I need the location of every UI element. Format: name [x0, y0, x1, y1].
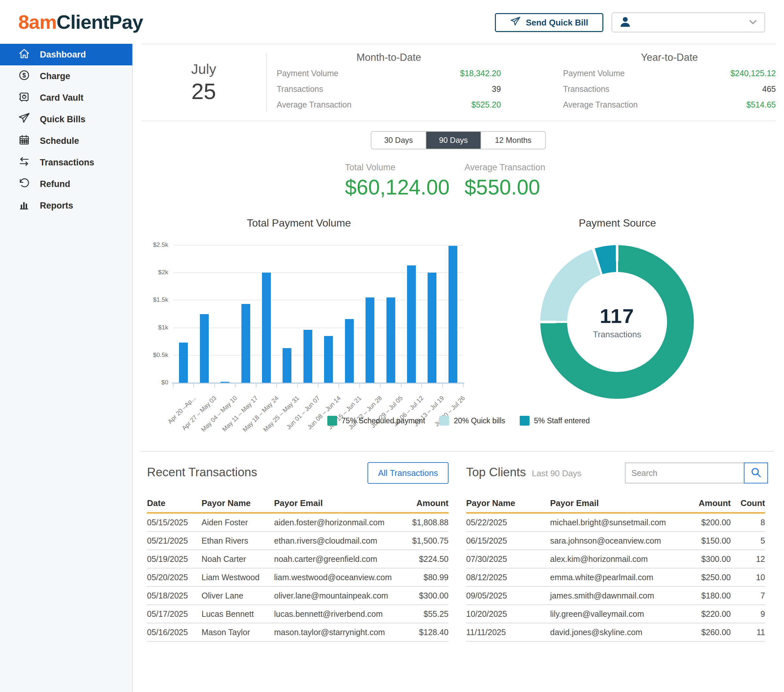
- table-row: 05/17/2025Lucas Bennettlucas.bennett@riv…: [147, 605, 448, 623]
- total-volume-summary: Total Volume $60,124.00: [345, 162, 450, 200]
- stat-label: Payment Volume: [277, 69, 338, 78]
- month-to-date-panel: Month-to-Date Payment Volume$18,342.20Tr…: [277, 45, 501, 121]
- cell-date: 05/15/2025: [147, 518, 201, 527]
- top-header: 8amClientPay Send Quick Bill: [0, 0, 784, 44]
- bar-chart-title: Total Payment Volume: [147, 217, 451, 229]
- column-header-amount: Amount: [400, 498, 448, 508]
- column-header-payor-email: Payor Email: [550, 498, 682, 508]
- cell-date: 05/16/2025: [147, 628, 201, 637]
- paper-plane-icon: [510, 17, 521, 29]
- donut-transaction-label: Transactions: [593, 329, 641, 340]
- tab-12-months[interactable]: 12 Months: [481, 132, 545, 149]
- gridline: [173, 272, 463, 273]
- x-axis-tick: [193, 383, 194, 387]
- bar: [324, 336, 333, 383]
- cell-count: 10: [731, 573, 765, 582]
- cell-payor-name: Oliver Lane: [201, 591, 274, 601]
- stat-label: Transactions: [277, 84, 323, 94]
- legend-item: 20% Quick bills: [439, 416, 505, 426]
- top-clients-table: Payor NamePayor EmailAmountCount05/22/20…: [466, 498, 765, 642]
- cell-payor-email: liam.westwood@oceanview.com: [274, 573, 400, 582]
- cell-date: 05/19/2025: [147, 554, 201, 564]
- chevron-down-icon: [748, 17, 758, 28]
- stat-row: Transactions465: [563, 84, 776, 100]
- average-transaction-label: Average Transaction: [464, 162, 545, 173]
- section-divider: [140, 451, 774, 452]
- sidebar-item-transactions[interactable]: Transactions: [0, 152, 132, 173]
- column-header-payor-name: Payor Name: [201, 498, 274, 508]
- tab-90-days[interactable]: 90 Days: [426, 132, 481, 149]
- payment-source-donut: 117 Transactions: [540, 245, 694, 399]
- y-axis-tick-label: $0.5k: [153, 352, 168, 358]
- table-header-row: Payor NamePayor EmailAmountCount: [466, 498, 765, 514]
- sidebar-item-card-vault[interactable]: Card Vault: [0, 87, 132, 109]
- table-row: 05/22/2025michael.bright@sunsetmail.com$…: [466, 514, 765, 532]
- x-axis-category-label: May 11 – May 17: [221, 395, 259, 433]
- year-to-date-panel: Year-to-Date Payment Volume$240,125.12Tr…: [563, 45, 776, 121]
- table-row: 11/11/2025david.jones@skyline.com$260.00…: [466, 623, 765, 642]
- stat-label: Payment Volume: [563, 69, 624, 78]
- sidebar-item-dashboard[interactable]: Dashboard: [0, 44, 132, 65]
- cell-payor-email: james.smith@dawnmail.com: [550, 591, 682, 601]
- all-transactions-button[interactable]: All Transactions: [367, 462, 448, 484]
- bar-chart-x-axis: Apr 20 –Ap...Apr 27 – May 03May 04 – May…: [173, 389, 463, 438]
- vault-icon: [18, 91, 30, 105]
- gridline: [173, 355, 463, 356]
- cell-payor-name: 07/30/2025: [466, 554, 550, 564]
- bar: [387, 297, 395, 383]
- stat-value: 39: [492, 84, 501, 94]
- send-quick-bill-button[interactable]: Send Quick Bill: [495, 13, 603, 32]
- sidebar-item-charge[interactable]: $Charge: [0, 65, 132, 87]
- total-volume-value: $60,124.00: [345, 175, 450, 200]
- bar: [262, 273, 271, 383]
- search-input[interactable]: [625, 462, 744, 484]
- cell-payor-name: Lucas Bennett: [201, 609, 274, 619]
- cell-payor-email: oliver.lane@mountainpeak.com: [274, 591, 400, 601]
- cell-payor-name: 05/22/2025: [466, 518, 550, 527]
- stat-label: Average Transaction: [563, 100, 637, 109]
- cell-payor-email: michael.bright@sunsetmail.com: [550, 518, 682, 527]
- cell-payor-email: lily.green@valleymail.com: [550, 609, 682, 619]
- profile-dropdown[interactable]: [611, 12, 765, 32]
- sidebar-item-quick-bills[interactable]: Quick Bills: [0, 109, 132, 130]
- cell-date: 05/17/2025: [147, 609, 201, 619]
- donut-legend: 75% Scheduled payment20% Quick bills5% S…: [133, 416, 784, 426]
- search-button[interactable]: [744, 462, 768, 484]
- top-clients-subtitle: Last 90 Days: [532, 468, 581, 479]
- cell-amount: $250.00: [682, 573, 731, 582]
- cell-payor-email: david.jones@skyline.com: [550, 628, 682, 637]
- legend-swatch: [327, 416, 337, 426]
- sidebar-item-reports[interactable]: Reports: [0, 195, 132, 216]
- table-row: 05/16/2025Mason Taylormason.taylor@starr…: [147, 623, 448, 642]
- x-axis-category-label: May 25 – May 31: [262, 395, 301, 433]
- x-axis-tick: [442, 383, 443, 387]
- cell-payor-email: emma.white@pearlmail.com: [550, 573, 682, 582]
- sidebar-item-schedule[interactable]: Schedule: [0, 130, 132, 152]
- date-range-tabs: 30 Days90 Days12 Months: [371, 131, 546, 149]
- x-axis-category-label: May 04 – May 10: [200, 395, 239, 433]
- dollar-icon: $: [18, 69, 30, 83]
- logo-clientpay: ClientPay: [56, 11, 143, 33]
- cell-amount: $128.40: [400, 628, 448, 637]
- sidebar-item-refund[interactable]: Refund: [0, 173, 132, 195]
- x-axis-tick: [380, 383, 380, 387]
- x-axis-tick: [463, 383, 464, 387]
- tab-30-days[interactable]: 30 Days: [371, 132, 426, 149]
- cell-amount: $224.50: [400, 554, 448, 564]
- donut-chart-title: Payment Source: [500, 217, 735, 229]
- x-axis-tick: [256, 383, 257, 387]
- x-axis-tick: [173, 383, 173, 387]
- table-header-row: DatePayor NamePayor EmailAmount: [147, 498, 448, 514]
- total-volume-label: Total Volume: [345, 162, 450, 173]
- stat-row: Payment Volume$18,342.20: [277, 69, 501, 84]
- sidebar-item-label: Transactions: [40, 158, 94, 168]
- cell-count: 8: [731, 518, 765, 527]
- cell-date: 05/20/2025: [147, 573, 201, 582]
- legend-swatch: [439, 416, 449, 426]
- bar: [448, 246, 457, 383]
- cell-payor-name: 09/05/2025: [466, 591, 550, 601]
- stat-value: $18,342.20: [460, 69, 501, 78]
- table-row: 05/18/2025Oliver Laneoliver.lane@mountai…: [147, 587, 448, 605]
- table-row: 08/12/2025emma.white@pearlmail.com$250.0…: [466, 568, 765, 587]
- x-axis-tick: [338, 383, 339, 387]
